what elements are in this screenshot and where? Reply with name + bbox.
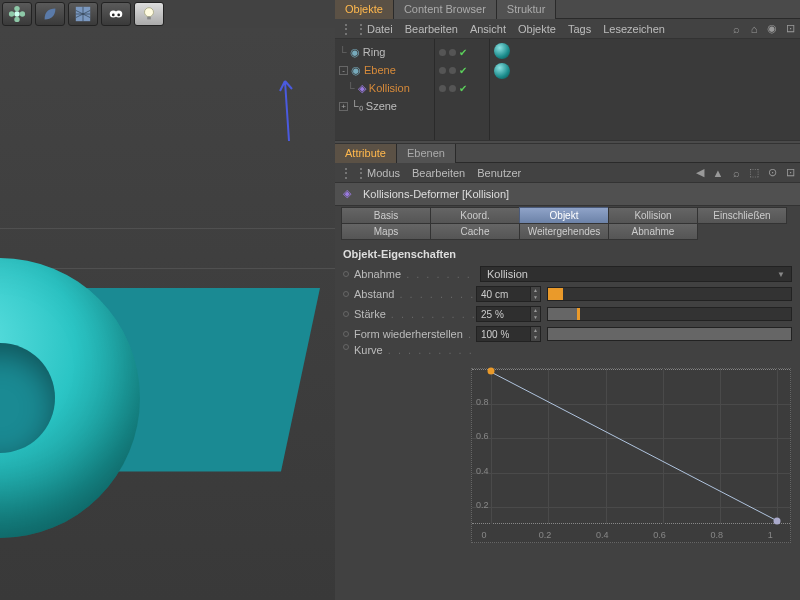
expand-icon[interactable]: ⊡ [784,23,796,35]
prop-abstand: Abstand ▲▼ [335,284,800,304]
keyframe-dot[interactable] [343,344,349,350]
material-tag-icon[interactable] [494,63,510,79]
menu-benutzer[interactable]: Benutzer [477,167,521,179]
material-tag-icon[interactable] [494,43,510,59]
x-tick-label: 0.6 [653,530,666,540]
abnahme-dropdown[interactable]: Kollision ▼ [480,266,792,282]
curve-handle-start[interactable] [488,367,495,374]
check-icon[interactable]: ✔ [459,47,467,58]
curve-editor[interactable]: 0.8 0.6 0.4 0.2 0 0.2 0.4 0.6 0.8 1 [471,368,791,543]
object-hierarchy: └ ◉ Ring - ◉ Ebene └ ◈ Kollision + └₀ Sz… [335,39,800,140]
home-icon[interactable]: ⌂ [748,23,760,35]
form-input[interactable] [476,326,531,342]
subtab-weitergehendes[interactable]: Weitergehendes [519,223,609,240]
grid-icon[interactable] [68,2,98,26]
tree-column[interactable]: └ ◉ Ring - ◉ Ebene └ ◈ Kollision + └₀ Sz… [335,39,435,140]
svg-point-9 [117,14,120,17]
ring-icon: ◉ [350,46,360,59]
keyframe-dot[interactable] [343,271,349,277]
keyframe-dot[interactable] [343,331,349,337]
spinner[interactable]: ▲▼ [531,326,541,342]
menu-objekte[interactable]: Objekte [518,23,556,35]
vis-row[interactable]: ✔ [439,43,485,61]
subtab-maps[interactable]: Maps [341,223,431,240]
vis-row[interactable]: ✔ [439,79,485,97]
subtab-koord[interactable]: Koord. [430,207,520,224]
menu-bearbeiten[interactable]: Bearbeiten [405,23,458,35]
check-icon[interactable]: ✔ [459,83,467,94]
abstand-slider[interactable] [547,287,792,301]
tab-ebenen[interactable]: Ebenen [397,144,456,163]
staerke-input[interactable] [476,306,531,322]
viewport[interactable] [0,28,335,600]
subtab-abnahme[interactable]: Abnahme [608,223,698,240]
tree-row-szene[interactable]: + └₀ Szene [337,97,432,115]
subtab-einschliessen[interactable]: Einschließen [697,207,787,224]
menu-lesezeichen[interactable]: Lesezeichen [603,23,665,35]
lock-icon[interactable]: ⬚ [748,167,760,179]
tree-row-ring[interactable]: └ ◉ Ring [337,43,432,61]
prop-label: Stärke [354,308,476,320]
grip-icon[interactable]: ⋮⋮ [339,165,355,181]
flower-icon[interactable] [2,2,32,26]
menu-ansicht[interactable]: Ansicht [470,23,506,35]
expand-icon[interactable]: + [339,102,348,111]
eye-icon[interactable]: ◉ [766,23,778,35]
tags-column [490,39,800,140]
search-icon[interactable]: ⌕ [730,167,742,179]
object-manager-menu: ⋮⋮ Datei Bearbeiten Ansicht Objekte Tags… [335,19,800,39]
tree-label: Ebene [364,64,396,76]
nav-back-icon[interactable]: ◀ [694,167,706,179]
svg-point-8 [112,14,115,17]
subtab-objekt[interactable]: Objekt [519,207,609,224]
tab-attribute[interactable]: Attribute [335,144,397,163]
collapse-icon[interactable]: - [339,66,348,75]
menu-datei[interactable]: Datei [367,23,393,35]
subtab-cache[interactable]: Cache [430,223,520,240]
subtab-kollision[interactable]: Kollision [608,207,698,224]
form-slider[interactable] [547,327,792,341]
attribute-manager-tabs: Attribute Ebenen [335,144,800,163]
vis-row[interactable]: ✔ [439,61,485,79]
spinner[interactable]: ▲▼ [531,286,541,302]
menu-tags[interactable]: Tags [568,23,591,35]
right-panel: Objekte Content Browser Struktur ⋮⋮ Date… [335,0,800,600]
object-manager-tabs: Objekte Content Browser Struktur [335,0,800,19]
staerke-slider[interactable] [547,307,792,321]
tree-branch-icon: └ [339,46,347,58]
spinner[interactable]: ▲▼ [531,306,541,322]
leaf-icon[interactable] [35,2,65,26]
attribute-title: Kollisions-Deformer [Kollision] [363,188,509,200]
menu-modus[interactable]: Modus [367,167,400,179]
bulb-icon[interactable] [134,2,164,26]
expand-icon[interactable]: ⊡ [784,167,796,179]
subtab-basis[interactable]: Basis [341,207,431,224]
axis-arrow-icon [275,73,305,143]
keyframe-dot[interactable] [343,311,349,317]
eyes-icon[interactable] [101,2,131,26]
tab-content-browser[interactable]: Content Browser [394,0,497,19]
deformer-icon: ◈ [358,82,366,95]
abstand-input[interactable] [476,286,531,302]
tree-row-kollision[interactable]: └ ◈ Kollision [337,79,432,97]
top-toolbar [0,0,166,28]
tree-label: Szene [366,100,397,112]
nav-up-icon[interactable]: ▲ [712,167,724,179]
dropdown-value: Kollision [487,268,528,280]
keyframe-dot[interactable] [343,291,349,297]
menu-bearbeiten-attr[interactable]: Bearbeiten [412,167,465,179]
curve-line [472,369,790,524]
tab-objekte[interactable]: Objekte [335,0,394,19]
grip-icon[interactable]: ⋮⋮ [339,21,355,37]
tab-struktur[interactable]: Struktur [497,0,557,19]
svg-point-1 [14,6,19,11]
tree-row-ebene[interactable]: - ◉ Ebene [337,61,432,79]
chevron-down-icon: ▼ [777,270,785,279]
check-icon[interactable]: ✔ [459,65,467,76]
curve-handle-end[interactable] [774,518,781,525]
deformer-icon: ◈ [343,187,357,201]
pin-icon[interactable]: ⊙ [766,167,778,179]
search-icon[interactable]: ⌕ [730,23,742,35]
svg-point-3 [9,11,14,16]
svg-point-2 [14,17,19,22]
